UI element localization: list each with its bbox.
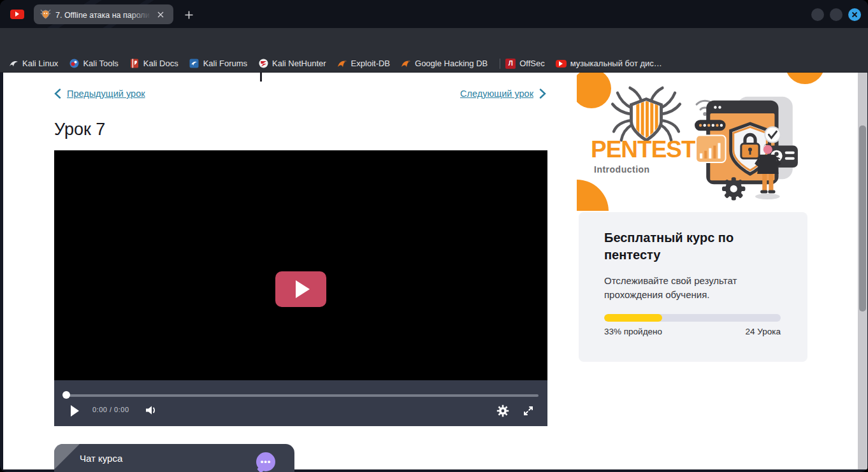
volume-icon	[145, 404, 157, 416]
kali-dragon-icon	[8, 59, 18, 69]
maximize-button[interactable]	[830, 8, 843, 21]
course-card-title: Бесплатный курс по пентесту	[604, 229, 773, 264]
next-lesson-link[interactable]: Следующий урок	[460, 89, 546, 99]
minimize-button[interactable]	[811, 8, 824, 21]
bookmark-kali-forums[interactable]: Kali Forums	[189, 59, 247, 69]
plus-icon	[185, 11, 193, 19]
fullscreen-icon	[523, 405, 534, 417]
youtube-icon	[556, 60, 567, 68]
bookmark-music-bot[interactable]: музыкальный бот дис…	[556, 59, 662, 68]
time-total: 0:00	[114, 406, 129, 413]
browser-window: 7. Offline атака на пароли	[0, 0, 868, 472]
bookmark-kali-nethunter[interactable]: Kali NetHunter	[258, 59, 326, 69]
play-icon	[70, 405, 80, 417]
course-progress-bar	[604, 314, 781, 322]
player-controls: 0:00 / 0:00	[54, 380, 547, 426]
close-button[interactable]	[848, 8, 861, 21]
seek-bar[interactable]	[63, 394, 539, 397]
next-lesson-label: Следующий урок	[460, 89, 533, 99]
orange-circle-decoration	[577, 73, 611, 108]
chat-bubble-icon[interactable]: •••	[256, 452, 275, 471]
kali-tools-icon	[69, 59, 79, 69]
new-tab-button[interactable]	[181, 7, 196, 22]
navigation-toolbar: https://codeby.school/training/view/urok…	[0, 28, 868, 55]
offsec-icon: Л	[505, 59, 516, 69]
chat-corner-decoration	[54, 444, 80, 469]
orange-circle-decoration	[577, 180, 609, 211]
youtube-icon	[10, 10, 24, 19]
previous-lesson-link[interactable]: Предыдущий урок	[54, 89, 145, 99]
volume-button[interactable]	[143, 404, 159, 417]
chat-title: Чат курса	[80, 453, 122, 464]
tab-close-button[interactable]	[155, 9, 166, 20]
lesson-title: Урок 7	[54, 120, 105, 139]
codeby-owl-icon	[40, 9, 51, 20]
active-tab[interactable]: 7. Offline атака на пароли	[34, 4, 173, 24]
bookmark-exploit-db[interactable]: Exploit-DB	[337, 59, 390, 69]
video-area[interactable]	[54, 150, 547, 380]
security-illustration	[695, 76, 804, 204]
bookmark-kali-linux[interactable]: Kali Linux	[8, 59, 58, 69]
bookmarks-bar: Kali Linux Kali Tools Kali Docs Kali For…	[0, 55, 868, 73]
settings-button[interactable]	[495, 403, 510, 418]
kali-forums-icon	[189, 59, 199, 69]
big-play-button[interactable]	[275, 271, 326, 307]
page-scrollbar-thumb[interactable]	[859, 125, 866, 311]
close-icon	[157, 11, 164, 18]
course-progress-card: Бесплатный курс по пентесту Отслеживайте…	[579, 212, 807, 362]
chevron-left-icon	[54, 89, 61, 99]
banner-subtitle: Introduction	[594, 164, 650, 175]
course-card-description: Отслеживайте свой результат прохождения …	[604, 274, 760, 302]
exploit-db-bird-icon	[337, 59, 347, 69]
bookmark-kali-tools[interactable]: Kali Tools	[69, 59, 118, 69]
time-current: 0:00	[92, 406, 107, 413]
bookmark-kali-docs[interactable]: Kali Docs	[129, 59, 178, 69]
bookmark-offsec[interactable]: Л OffSec	[505, 59, 545, 69]
time-separator: /	[110, 406, 112, 413]
bookmark-google-hacking-db[interactable]: Google Hacking DB	[401, 59, 488, 69]
fullscreen-button[interactable]	[521, 403, 536, 418]
bookmarks-separator	[500, 59, 500, 69]
tab-title-fade	[129, 9, 151, 20]
gear-icon	[722, 177, 745, 200]
progress-percent-label: 33% пройдено	[604, 327, 662, 336]
pinned-tab-youtube[interactable]	[5, 5, 29, 23]
course-chat-widget[interactable]: Чат курса •••	[54, 444, 294, 472]
course-progress-labels: 33% пройдено 24 Урока	[604, 327, 781, 336]
chevron-right-icon	[539, 89, 546, 99]
video-player: 0:00 / 0:00	[54, 150, 547, 426]
close-icon	[851, 11, 858, 18]
time-display: 0:00 / 0:00	[92, 406, 129, 413]
banner-brand: PENTEST	[591, 136, 695, 163]
lessons-count-label: 24 Урока	[746, 327, 781, 336]
course-progress-fill	[604, 314, 662, 322]
kali-nethunter-icon	[258, 59, 268, 69]
course-banner: PENTEST Introduction	[577, 73, 832, 211]
gear-icon	[496, 404, 509, 417]
kali-docs-icon	[129, 59, 140, 69]
tab-bar: 7. Offline атака на пароли	[0, 0, 868, 28]
clipped-heading-fragment	[260, 72, 262, 82]
seek-handle[interactable]	[62, 391, 70, 399]
play-button[interactable]	[68, 403, 81, 418]
google-hacking-db-bird-icon	[401, 59, 411, 69]
previous-lesson-label: Предыдущий урок	[67, 89, 145, 99]
